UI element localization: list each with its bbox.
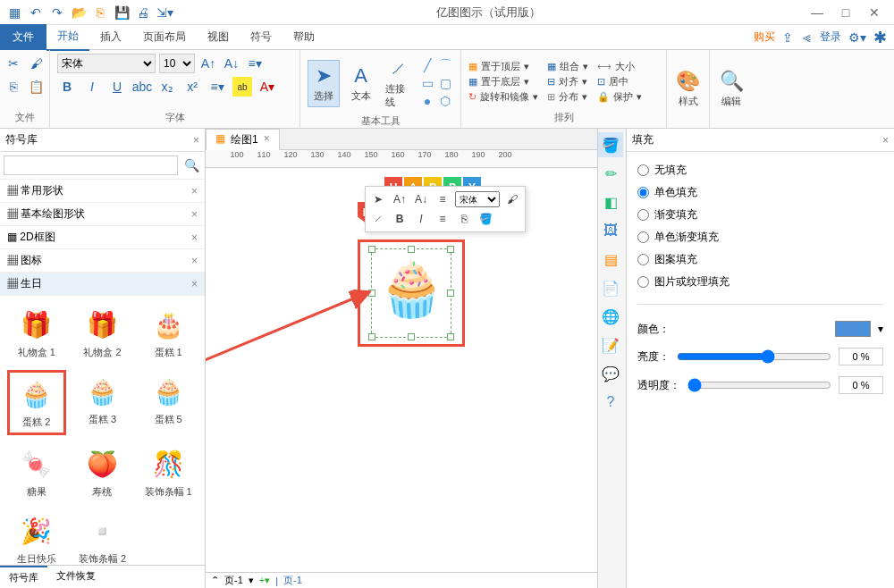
decrease-font-button[interactable]: A↓: [222, 54, 241, 73]
shape-rect[interactable]: ▭: [419, 75, 435, 91]
share2-button[interactable]: ⪡: [800, 30, 813, 45]
side-shadow-button[interactable]: ◧: [598, 189, 623, 214]
mini-align[interactable]: ≡: [434, 190, 451, 208]
qat-new[interactable]: ▦: [5, 4, 23, 21]
side-hyperlink-button[interactable]: 🌐: [598, 304, 623, 329]
tab-file-recovery[interactable]: 文件恢复: [47, 566, 105, 588]
side-note-button[interactable]: 📝: [598, 332, 623, 357]
italic-button[interactable]: I: [82, 77, 102, 97]
shape-poly[interactable]: ⬡: [437, 93, 453, 109]
login-link[interactable]: 登录: [820, 29, 841, 45]
lib-category-3[interactable]: ▦ 图标×: [0, 249, 205, 273]
mini-style[interactable]: 🖌: [503, 190, 521, 208]
buy-link[interactable]: 购买: [754, 29, 775, 45]
close-left-panel[interactable]: ×: [193, 134, 199, 147]
gear-icon[interactable]: ⚙▾: [848, 30, 866, 45]
side-help-button[interactable]: ?: [598, 390, 623, 415]
superscript-button[interactable]: x²: [182, 77, 202, 97]
close-right-panel[interactable]: ×: [882, 134, 889, 147]
strike-button[interactable]: abc: [132, 77, 152, 97]
font-size-select[interactable]: 10: [159, 54, 195, 73]
maximize-button[interactable]: □: [835, 2, 856, 23]
mini-font-select[interactable]: 宋体: [455, 191, 500, 207]
fill-option-0[interactable]: 无填充: [637, 159, 883, 181]
group-button[interactable]: ▦组合▾: [547, 60, 588, 73]
qat-open[interactable]: 📂: [70, 4, 88, 21]
symbol-1[interactable]: 🎁礼物盒 2: [73, 303, 132, 363]
doc-tab[interactable]: ▦ 绘图1 ×: [206, 129, 280, 150]
mini-fill[interactable]: 🪣: [477, 210, 494, 228]
symbol-8[interactable]: 🎊装饰条幅 1: [139, 442, 198, 502]
bullet-button[interactable]: ≡▾: [207, 77, 227, 97]
shape-rrect[interactable]: ▢: [437, 75, 453, 91]
symbol-7[interactable]: 🍑寿桃: [73, 442, 132, 502]
connector-tool[interactable]: ⟋ 连接线: [382, 54, 414, 113]
select-tool[interactable]: ➤ 选择: [308, 60, 340, 107]
menu-help[interactable]: 帮助: [283, 24, 325, 50]
symbol-5[interactable]: 🧁蛋糕 5: [139, 370, 198, 435]
symbol-search-input[interactable]: [4, 155, 178, 175]
protect-button[interactable]: 🔒保护▾: [597, 90, 642, 104]
bring-front-button[interactable]: ▦置于顶层▾: [468, 60, 538, 73]
style-button[interactable]: 🎨 样式: [672, 66, 704, 112]
brightness-input[interactable]: [839, 348, 883, 365]
lib-category-1[interactable]: ▦ 基本绘图形状×: [0, 203, 205, 226]
menu-file[interactable]: 文件: [0, 24, 46, 50]
menu-insert[interactable]: 插入: [89, 24, 132, 50]
mini-font-up[interactable]: A↑: [391, 190, 409, 208]
close-button[interactable]: ✕: [864, 2, 885, 23]
lib-category-4[interactable]: ▦ 生日×: [0, 273, 205, 296]
fill-option-1[interactable]: 单色填充: [637, 181, 883, 204]
side-layer-button[interactable]: ▤: [598, 247, 623, 272]
fill-option-3[interactable]: 单色渐变填充: [637, 226, 883, 248]
cut-button[interactable]: ✂: [4, 54, 23, 73]
search-icon[interactable]: 🔍: [181, 155, 201, 175]
font-color-button[interactable]: A▾: [257, 77, 277, 97]
lib-category-2[interactable]: ▦ 2D框图×: [0, 226, 205, 249]
paste-button[interactable]: 📋: [27, 77, 46, 97]
tab-symbol-lib[interactable]: 符号库: [0, 566, 47, 588]
mini-bold[interactable]: B: [391, 210, 409, 228]
menu-home[interactable]: 开始: [46, 23, 89, 51]
text-tool[interactable]: A 文本: [345, 61, 377, 106]
menu-symbols[interactable]: 符号: [240, 24, 283, 50]
align-button[interactable]: ⊟对齐▾: [547, 75, 588, 88]
close-doc-tab[interactable]: ×: [264, 132, 270, 147]
qat-print[interactable]: 🖨: [134, 4, 152, 21]
format-painter-button[interactable]: 🖌: [27, 54, 46, 73]
center-button[interactable]: ⊡居中: [597, 75, 642, 88]
shape-circle[interactable]: ●: [419, 93, 435, 109]
mini-cursor-icon[interactable]: ➤: [369, 190, 387, 208]
mini-font-down[interactable]: A↓: [412, 190, 430, 208]
side-line-button[interactable]: ✏: [598, 161, 623, 186]
side-text-button[interactable]: 📄: [598, 275, 623, 300]
underline-button[interactable]: U: [107, 77, 127, 97]
bold-button[interactable]: B: [57, 77, 77, 97]
symbol-3[interactable]: 🧁蛋糕 2: [7, 370, 66, 435]
fill-option-2[interactable]: 渐变填充: [637, 204, 883, 226]
fill-option-5[interactable]: 图片或纹理填充: [637, 271, 883, 293]
minimize-button[interactable]: —: [806, 2, 828, 23]
opacity-input[interactable]: [839, 376, 883, 394]
mini-align2[interactable]: ≡: [434, 210, 451, 228]
qat-save[interactable]: 💾: [113, 4, 131, 21]
size-button[interactable]: ⟷大小: [597, 60, 642, 73]
mini-copy[interactable]: ⎘: [455, 210, 473, 228]
increase-font-button[interactable]: A↑: [198, 54, 218, 73]
send-back-button[interactable]: ▦置于底层▾: [468, 75, 538, 88]
highlight-button[interactable]: ab: [232, 77, 252, 97]
distribute-button[interactable]: ⊞分布▾: [547, 90, 588, 104]
side-fill-button[interactable]: 🪣: [598, 132, 623, 157]
page-nav-dropdown[interactable]: ▾: [249, 575, 254, 586]
side-comment-button[interactable]: 💬: [598, 361, 623, 386]
symbol-6[interactable]: 🍬糖果: [7, 442, 66, 502]
mini-connector[interactable]: ⟋: [369, 210, 387, 228]
canvas[interactable]: HAPPY BIRTHDAY 🧁: [206, 168, 597, 572]
subscript-button[interactable]: x₂: [157, 77, 177, 97]
symbol-4[interactable]: 🧁蛋糕 3: [73, 370, 132, 435]
menu-view[interactable]: 视图: [197, 24, 240, 50]
qat-undo[interactable]: ↶: [27, 4, 45, 21]
rotate-button[interactable]: ↻旋转和镜像▾: [468, 90, 538, 104]
lib-category-0[interactable]: ▦ 常用形状×: [0, 180, 205, 203]
symbol-9[interactable]: 🎉生日快乐: [7, 509, 66, 565]
